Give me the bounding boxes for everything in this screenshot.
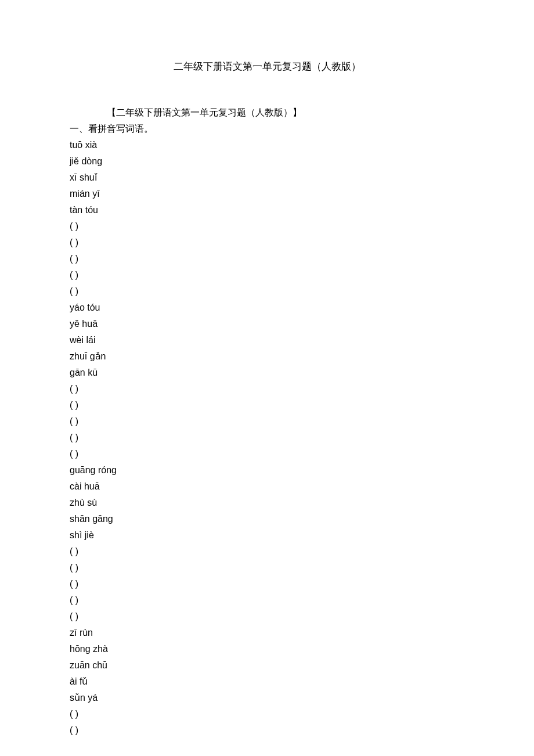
pinyin-item: jiě dòng [70,153,464,170]
pinyin-item: hōng zhà [70,641,464,657]
answer-blank: ( ) [70,413,464,430]
answer-blank: ( ) [70,267,464,283]
pinyin-item: gān kū [70,365,464,381]
section-1-heading: 一、看拼音写词语。 [70,121,464,137]
pinyin-item: zhù sù [70,495,464,511]
pinyin-item: shān gāng [70,511,464,527]
pinyin-item: wèi lái [70,332,464,348]
answer-blank: ( ) [70,446,464,462]
pinyin-item: mián yī [70,186,464,202]
answer-blank: ( ) [70,381,464,397]
pinyin-item: tàn tóu [70,202,464,218]
answer-blank: ( ) [70,235,464,251]
pinyin-item: xī shuǐ [70,170,464,186]
answer-blank: ( ) [70,251,464,267]
answer-blank: ( ) [70,576,464,592]
pinyin-item: yě huā [70,316,464,332]
pinyin-item: zuān chū [70,657,464,674]
pinyin-item: cài huā [70,478,464,495]
answer-blank: ( ) [70,543,464,560]
pinyin-item: ài fǔ [70,674,464,690]
answer-blank: ( ) [70,283,464,300]
pinyin-item: yáo tóu [70,300,464,316]
answer-blank: ( ) [70,609,464,625]
answer-blank: ( ) [70,592,464,609]
answer-blank: ( ) [70,430,464,446]
pinyin-item: zhuī gǎn [70,348,464,365]
document-title: 二年级下册语文第一单元复习题（人教版） [70,58,464,75]
answer-blank: ( ) [70,397,464,413]
pinyin-item: tuō xià [70,137,464,153]
answer-blank: ( ) [70,706,464,722]
document-subtitle: 【二年级下册语文第一单元复习题（人教版）】 [70,105,464,121]
pinyin-item: sǔn yá [70,690,464,706]
answer-blank: ( ) [70,218,464,235]
pinyin-item: guāng róng [70,462,464,478]
answer-blank: ( ) [70,560,464,576]
answer-blank: ( ) [70,722,464,739]
pinyin-item: zī rùn [70,625,464,641]
pinyin-item: shì jiè [70,527,464,543]
